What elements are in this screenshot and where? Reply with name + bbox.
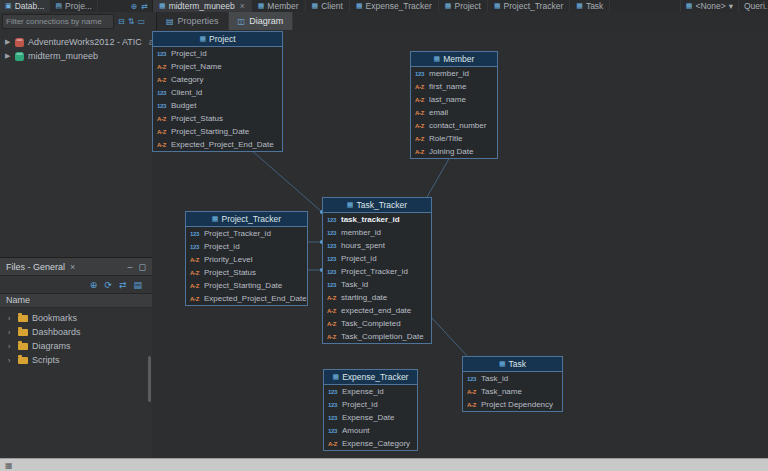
entity-title[interactable]: ▦Project [153,32,282,47]
link-editor-icon[interactable]: ⇄ [141,2,148,11]
add-icon[interactable]: ⊕ [90,280,98,290]
entity-field[interactable]: 123Budget [153,99,282,112]
expander-icon[interactable]: › [8,329,14,336]
entity-field[interactable]: A-ZExpense_Category [324,437,417,450]
tab-queries-truncated[interactable]: Queri... [738,0,768,12]
entity-field[interactable]: A-ZExpected_Project_End_Date [153,138,282,151]
settings-icon[interactable]: ▭ [137,17,145,26]
text-type-icon: A-Z [190,283,201,289]
entity-field[interactable]: 123member_id [411,67,497,80]
close-icon[interactable]: × [70,262,75,272]
entity-field[interactable]: A-ZCategory [153,73,282,86]
entity-field[interactable]: A-ZTask_Completed [323,317,431,330]
tab-midterm-muneeb[interactable]: ▦ midterm_muneeb × [153,0,252,12]
refresh-icon[interactable]: ⟳ [104,280,112,290]
tab-expense_tracker[interactable]: ▦Expense_Tracker [350,0,439,12]
entity-field[interactable]: A-ZProject_Starting_Date [153,125,282,138]
entity-field[interactable]: 123Project_id [153,47,282,60]
tab-projects[interactable]: ▤ Proje... [50,0,98,12]
tab-client[interactable]: ▦Client [306,0,350,12]
entity-project_tracker[interactable]: ▦Project_Tracker123Project_Tracker_id123… [185,211,308,306]
tab-project_tracker[interactable]: ▦Project_Tracker [488,0,570,12]
expander-icon[interactable]: ▶ [5,38,11,46]
entity-name: Task [509,359,526,369]
entity-field[interactable]: A-Zlast_name [411,93,497,106]
add-connection-icon[interactable]: ⊕ [131,2,138,11]
filter-connections-input[interactable] [2,14,114,29]
tab-task[interactable]: ▦Task [570,0,610,12]
entity-field[interactable]: A-Zemail [411,106,497,119]
entity-member[interactable]: ▦Member123member_idA-Zfirst_nameA-Zlast_… [410,51,498,159]
files-item-scripts[interactable]: ›Scripts [0,353,152,367]
files-item-bookmarks[interactable]: ›Bookmarks [0,311,152,325]
entity-field[interactable]: 123task_tracker_id [323,213,431,226]
entity-field[interactable]: A-ZProject_Name [153,60,282,73]
entity-field[interactable]: 123member_id [323,226,431,239]
field-name: Category [171,75,203,84]
entity-field[interactable]: A-ZProject Dependency [463,398,562,411]
expander-icon[interactable]: › [8,343,14,350]
entity-field[interactable]: 123Task_id [463,372,562,385]
panel-toggle-icon[interactable]: ▦ [5,461,13,470]
expander-icon[interactable]: › [8,357,14,364]
database-selector[interactable]: ▦ <None> ▾ [680,0,738,12]
entity-field[interactable]: 123Client_id [153,86,282,99]
tab-diagram[interactable]: ◫ Diagram [229,12,294,30]
scrollbar-thumb[interactable] [148,356,151,402]
entity-field[interactable]: 123Project_Tracker_id [323,265,431,278]
tab-member[interactable]: ▦Member [252,0,306,12]
entity-title[interactable]: ▦Expense_Tracker [324,370,417,385]
connection-adventureworks2012-atic[interactable]: ▶AdventureWorks2012 - ATICatic... [0,35,152,49]
entity-field[interactable]: A-Zstarting_date [323,291,431,304]
entity-title[interactable]: ▦Task [463,357,562,372]
sort-icon[interactable]: ⇅ [128,17,135,26]
entity-field[interactable]: A-ZPriority_Level [186,253,307,266]
view-menu-icon[interactable]: ▤ [133,280,142,290]
close-icon[interactable]: × [240,1,245,11]
entity-field[interactable]: A-ZProject_Status [186,266,307,279]
entity-field[interactable]: A-ZTask_Completion_Date [323,330,431,343]
entity-field[interactable]: 123Expense_id [324,385,417,398]
entity-field[interactable]: A-Zfirst_name [411,80,497,93]
entity-expense_tracker[interactable]: ▦Expense_Tracker123Expense_id123Project_… [323,369,418,451]
entity-project[interactable]: ▦Project123Project_idA-ZProject_NameA-ZC… [152,31,283,152]
tab-project[interactable]: ▦Project [439,0,488,12]
entity-field[interactable]: 123hours_spent [323,239,431,252]
entity-field[interactable]: A-ZTask_name [463,385,562,398]
entity-title[interactable]: ▦Member [411,52,497,67]
entity-field[interactable]: 123Expense_Date [324,411,417,424]
table-icon: ▦ [312,2,319,10]
entity-field[interactable]: A-ZExpected_Project_End_Date [186,292,307,305]
collapse-all-icon[interactable]: ⊟ [118,17,125,26]
expander-icon[interactable]: › [8,315,14,322]
entity-field[interactable]: 123Amount [324,424,417,437]
field-name: Project_id [341,254,377,263]
entity-task_tracker[interactable]: ▦Task_Tracker123task_tracker_id123member… [322,197,432,344]
tab-database-navigator[interactable]: ▣ Datab... [0,0,50,12]
entity-field[interactable]: 123Project_id [324,398,417,411]
entity-field[interactable]: A-ZRole/Title [411,132,497,145]
connection-midterm-muneeb[interactable]: ▶midterm_muneeb [0,49,152,63]
entity-field[interactable]: A-ZProject_Status [153,112,282,125]
tab-properties[interactable]: ▤ Properties [157,12,229,30]
entity-field[interactable]: A-ZJoining Date [411,145,497,158]
entity-task[interactable]: ▦Task123Task_idA-ZTask_nameA-ZProject De… [462,356,563,412]
files-item-diagrams[interactable]: ›Diagrams [0,339,152,353]
entity-field[interactable]: 123Project_Tracker_id [186,227,307,240]
link-icon[interactable]: ⇄ [119,280,127,290]
entity-title[interactable]: ▦Project_Tracker [186,212,307,227]
numeric-type-icon: 123 [327,269,338,275]
expander-icon[interactable]: ▶ [5,52,11,60]
entity-field[interactable]: 123Project_id [323,252,431,265]
name-column-header[interactable]: Name [0,294,152,308]
entity-field[interactable]: A-Zexpected_end_date [323,304,431,317]
entity-field[interactable]: A-ZProject_Starting_Date [186,279,307,292]
minimize-icon[interactable]: – [128,262,133,272]
field-name: Task_id [341,280,368,289]
restore-icon[interactable]: ◻ [139,262,146,272]
entity-field[interactable]: 123Task_id [323,278,431,291]
entity-field[interactable]: 123Project_id [186,240,307,253]
entity-title[interactable]: ▦Task_Tracker [323,198,431,213]
entity-field[interactable]: A-Zcontact_number [411,119,497,132]
files-item-dashboards[interactable]: ›Dashboards [0,325,152,339]
